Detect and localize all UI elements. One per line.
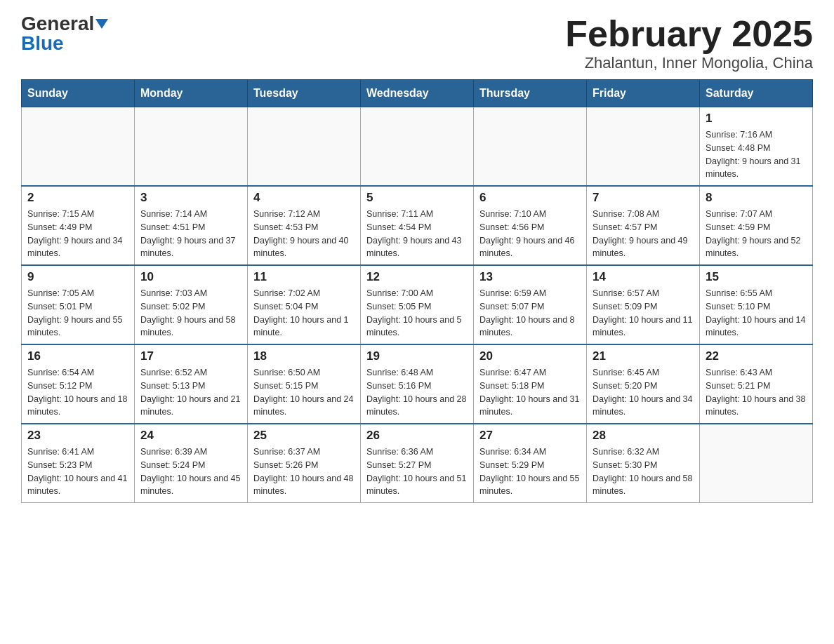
day-info: Sunrise: 6:41 AM Sunset: 5:23 PM Dayligh…: [27, 445, 128, 498]
table-row: 9Sunrise: 7:05 AM Sunset: 5:01 PM Daylig…: [22, 265, 135, 344]
table-row: 18Sunrise: 6:50 AM Sunset: 5:15 PM Dayli…: [248, 344, 361, 424]
day-number: 27: [479, 429, 581, 443]
day-number: 25: [253, 429, 355, 443]
table-row: 26Sunrise: 6:36 AM Sunset: 5:27 PM Dayli…: [361, 424, 474, 503]
calendar-week-row: 2Sunrise: 7:15 AM Sunset: 4:49 PM Daylig…: [22, 186, 813, 265]
day-number: 1: [706, 112, 807, 126]
table-row: 13Sunrise: 6:59 AM Sunset: 5:07 PM Dayli…: [474, 265, 587, 344]
day-info: Sunrise: 7:03 AM Sunset: 5:02 PM Dayligh…: [140, 287, 241, 340]
day-info: Sunrise: 6:50 AM Sunset: 5:15 PM Dayligh…: [253, 366, 355, 419]
day-info: Sunrise: 6:32 AM Sunset: 5:30 PM Dayligh…: [593, 445, 694, 498]
day-info: Sunrise: 7:15 AM Sunset: 4:49 PM Dayligh…: [27, 208, 128, 260]
day-info: Sunrise: 6:45 AM Sunset: 5:20 PM Dayligh…: [593, 366, 694, 419]
day-number: 24: [140, 429, 241, 443]
table-row: 27Sunrise: 6:34 AM Sunset: 5:29 PM Dayli…: [474, 424, 587, 503]
table-row: 14Sunrise: 6:57 AM Sunset: 5:09 PM Dayli…: [587, 265, 700, 344]
day-number: 10: [140, 270, 241, 284]
col-thursday: Thursday: [474, 80, 587, 107]
day-info: Sunrise: 7:07 AM Sunset: 4:59 PM Dayligh…: [706, 208, 807, 260]
table-row: 17Sunrise: 6:52 AM Sunset: 5:13 PM Dayli…: [135, 344, 248, 424]
day-info: Sunrise: 7:11 AM Sunset: 4:54 PM Dayligh…: [366, 208, 468, 260]
table-row: 5Sunrise: 7:11 AM Sunset: 4:54 PM Daylig…: [361, 186, 474, 265]
table-row: [22, 107, 135, 187]
table-row: 28Sunrise: 6:32 AM Sunset: 5:30 PM Dayli…: [587, 424, 700, 503]
page-header: General Blue February 2025 Zhalantun, In…: [21, 14, 813, 72]
col-tuesday: Tuesday: [248, 80, 361, 107]
table-row: [474, 107, 587, 187]
day-number: 9: [27, 270, 128, 284]
day-info: Sunrise: 6:47 AM Sunset: 5:18 PM Dayligh…: [479, 366, 581, 419]
table-row: [248, 107, 361, 187]
day-info: Sunrise: 6:36 AM Sunset: 5:27 PM Dayligh…: [366, 445, 468, 498]
day-number: 23: [27, 429, 128, 443]
col-saturday: Saturday: [700, 80, 813, 107]
day-info: Sunrise: 6:37 AM Sunset: 5:26 PM Dayligh…: [253, 445, 355, 498]
table-row: 2Sunrise: 7:15 AM Sunset: 4:49 PM Daylig…: [22, 186, 135, 265]
day-number: 5: [366, 191, 468, 205]
table-row: [135, 107, 248, 187]
table-row: [700, 424, 813, 503]
col-wednesday: Wednesday: [361, 80, 474, 107]
day-number: 22: [706, 349, 807, 363]
day-info: Sunrise: 6:52 AM Sunset: 5:13 PM Dayligh…: [140, 366, 241, 419]
table-row: [587, 107, 700, 187]
day-info: Sunrise: 7:16 AM Sunset: 4:48 PM Dayligh…: [706, 128, 807, 181]
col-sunday: Sunday: [22, 80, 135, 107]
table-row: 1Sunrise: 7:16 AM Sunset: 4:48 PM Daylig…: [700, 107, 813, 187]
table-row: 16Sunrise: 6:54 AM Sunset: 5:12 PM Dayli…: [22, 344, 135, 424]
day-number: 12: [366, 270, 468, 284]
calendar-week-row: 16Sunrise: 6:54 AM Sunset: 5:12 PM Dayli…: [22, 344, 813, 424]
table-row: 4Sunrise: 7:12 AM Sunset: 4:53 PM Daylig…: [248, 186, 361, 265]
table-row: 6Sunrise: 7:10 AM Sunset: 4:56 PM Daylig…: [474, 186, 587, 265]
day-info: Sunrise: 7:02 AM Sunset: 5:04 PM Dayligh…: [253, 287, 355, 340]
table-row: 15Sunrise: 6:55 AM Sunset: 5:10 PM Dayli…: [700, 265, 813, 344]
logo: General Blue: [21, 14, 108, 53]
calendar-table: Sunday Monday Tuesday Wednesday Thursday…: [21, 79, 813, 503]
table-row: 22Sunrise: 6:43 AM Sunset: 5:21 PM Dayli…: [700, 344, 813, 424]
day-info: Sunrise: 6:57 AM Sunset: 5:09 PM Dayligh…: [593, 287, 694, 340]
day-number: 6: [479, 191, 581, 205]
day-info: Sunrise: 6:55 AM Sunset: 5:10 PM Dayligh…: [706, 287, 807, 340]
day-number: 13: [479, 270, 581, 284]
day-number: 8: [706, 191, 807, 205]
day-info: Sunrise: 6:43 AM Sunset: 5:21 PM Dayligh…: [706, 366, 807, 419]
day-number: 20: [479, 349, 581, 363]
table-row: 20Sunrise: 6:47 AM Sunset: 5:18 PM Dayli…: [474, 344, 587, 424]
table-row: 3Sunrise: 7:14 AM Sunset: 4:51 PM Daylig…: [135, 186, 248, 265]
logo-general: General: [21, 14, 94, 34]
day-number: 11: [253, 270, 355, 284]
day-info: Sunrise: 7:08 AM Sunset: 4:57 PM Dayligh…: [593, 208, 694, 260]
day-info: Sunrise: 6:54 AM Sunset: 5:12 PM Dayligh…: [27, 366, 128, 419]
calendar-header-row: Sunday Monday Tuesday Wednesday Thursday…: [22, 80, 813, 107]
calendar-title: February 2025: [565, 14, 813, 54]
day-number: 16: [27, 349, 128, 363]
day-number: 4: [253, 191, 355, 205]
table-row: 10Sunrise: 7:03 AM Sunset: 5:02 PM Dayli…: [135, 265, 248, 344]
table-row: 12Sunrise: 7:00 AM Sunset: 5:05 PM Dayli…: [361, 265, 474, 344]
table-row: 11Sunrise: 7:02 AM Sunset: 5:04 PM Dayli…: [248, 265, 361, 344]
day-info: Sunrise: 6:39 AM Sunset: 5:24 PM Dayligh…: [140, 445, 241, 498]
table-row: 21Sunrise: 6:45 AM Sunset: 5:20 PM Dayli…: [587, 344, 700, 424]
calendar-subtitle: Zhalantun, Inner Mongolia, China: [565, 54, 813, 72]
day-info: Sunrise: 6:34 AM Sunset: 5:29 PM Dayligh…: [479, 445, 581, 498]
day-number: 19: [366, 349, 468, 363]
col-monday: Monday: [135, 80, 248, 107]
calendar-week-row: 23Sunrise: 6:41 AM Sunset: 5:23 PM Dayli…: [22, 424, 813, 503]
day-number: 28: [593, 429, 694, 443]
day-number: 7: [593, 191, 694, 205]
day-info: Sunrise: 7:10 AM Sunset: 4:56 PM Dayligh…: [479, 208, 581, 260]
table-row: [361, 107, 474, 187]
day-info: Sunrise: 7:00 AM Sunset: 5:05 PM Dayligh…: [366, 287, 468, 340]
calendar-week-row: 9Sunrise: 7:05 AM Sunset: 5:01 PM Daylig…: [22, 265, 813, 344]
day-number: 3: [140, 191, 241, 205]
logo-blue: Blue: [21, 34, 64, 53]
day-number: 14: [593, 270, 694, 284]
day-info: Sunrise: 6:48 AM Sunset: 5:16 PM Dayligh…: [366, 366, 468, 419]
day-number: 21: [593, 349, 694, 363]
col-friday: Friday: [587, 80, 700, 107]
day-number: 2: [27, 191, 128, 205]
calendar-week-row: 1Sunrise: 7:16 AM Sunset: 4:48 PM Daylig…: [22, 107, 813, 187]
day-info: Sunrise: 7:12 AM Sunset: 4:53 PM Dayligh…: [253, 208, 355, 260]
table-row: 24Sunrise: 6:39 AM Sunset: 5:24 PM Dayli…: [135, 424, 248, 503]
day-info: Sunrise: 7:05 AM Sunset: 5:01 PM Dayligh…: [27, 287, 128, 340]
